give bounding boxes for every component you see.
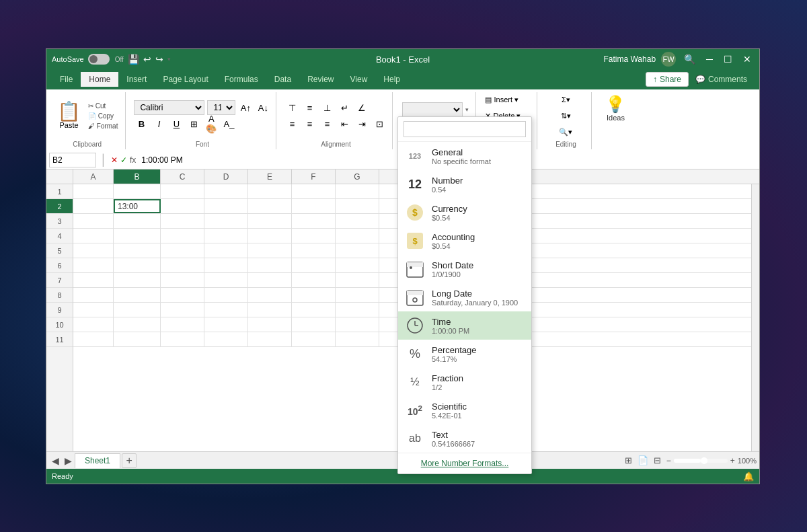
cell-d1[interactable]	[204, 184, 248, 198]
col-header-f[interactable]: F	[292, 169, 336, 184]
align-middle-button[interactable]: ≡	[302, 100, 317, 115]
copy-button[interactable]: 📄 Copy	[86, 112, 120, 120]
cell-d3[interactable]	[204, 214, 248, 228]
cell-g1[interactable]	[336, 184, 379, 198]
format-search-input[interactable]	[404, 121, 526, 137]
restore-button[interactable]: ☐	[721, 54, 735, 65]
underline-button[interactable]: U	[169, 116, 184, 131]
tab-data[interactable]: Data	[266, 72, 299, 87]
autosave-toggle[interactable]	[88, 54, 110, 65]
normal-view-button[interactable]: ⊞	[625, 455, 632, 465]
qat-dropdown-icon[interactable]: ▾	[167, 56, 171, 63]
format-item-time[interactable]: Time 1:00:00 PM	[398, 311, 531, 340]
italic-button[interactable]: I	[151, 116, 166, 131]
tab-review[interactable]: Review	[299, 72, 342, 87]
bold-button[interactable]: B	[134, 116, 149, 131]
redo-icon[interactable]: ↪	[155, 54, 163, 65]
align-left-button[interactable]: ≡	[284, 116, 299, 131]
row-num-11[interactable]: 11	[46, 332, 73, 347]
tab-insert[interactable]: Insert	[118, 72, 155, 87]
cell-b1[interactable]	[114, 184, 161, 198]
cut-button[interactable]: ✂ Cut	[86, 102, 120, 110]
col-header-e[interactable]: E	[248, 169, 292, 184]
format-item-scientific[interactable]: 102 Scientific 5.42E-01	[398, 396, 531, 424]
col-header-g[interactable]: G	[336, 169, 379, 184]
cell-d2[interactable]	[204, 199, 248, 213]
tab-view[interactable]: View	[342, 72, 376, 87]
format-item-accounting[interactable]: $ Accounting $0.54	[398, 227, 531, 255]
zoom-slider[interactable]	[674, 459, 728, 463]
cell-b2[interactable]: 13:00	[114, 199, 161, 213]
row-num-10[interactable]: 10	[46, 317, 73, 332]
cell-a2[interactable]	[73, 199, 114, 213]
borders-button[interactable]: ⊞	[186, 116, 201, 131]
close-button[interactable]: ✕	[740, 54, 754, 65]
format-item-currency[interactable]: $ Currency $0.54	[398, 198, 531, 227]
sum-button[interactable]: Σ▾	[545, 92, 586, 107]
format-item-short-date[interactable]: Short Date 1/0/1900	[398, 255, 531, 283]
sheet-nav-right[interactable]: ▶	[62, 455, 75, 466]
row-num-8[interactable]: 8	[46, 288, 73, 303]
format-item-general[interactable]: 123 General No specific format	[398, 142, 531, 170]
align-right-button[interactable]: ≡	[319, 116, 334, 131]
more-number-formats-link[interactable]: More Number Formats...	[398, 453, 531, 473]
cell-f3[interactable]	[292, 214, 336, 228]
format-item-number[interactable]: 12 Number 0.54	[398, 170, 531, 198]
number-format-select[interactable]	[402, 102, 463, 117]
cell-e1[interactable]	[248, 184, 292, 198]
row-num-3[interactable]: 3	[46, 214, 73, 229]
format-item-percentage[interactable]: % Percentage 54.17%	[398, 340, 531, 368]
zoom-out-button[interactable]: −	[666, 456, 671, 465]
col-header-b[interactable]: B	[114, 169, 161, 184]
tab-page-layout[interactable]: Page Layout	[155, 72, 216, 87]
confirm-formula-icon[interactable]: ✓	[120, 155, 127, 165]
cell-a3[interactable]	[73, 214, 114, 228]
undo-icon[interactable]: ↩	[143, 54, 151, 65]
row-num-5[interactable]: 5	[46, 243, 73, 258]
format-painter-button[interactable]: 🖌 Format	[86, 122, 120, 130]
row-num-6[interactable]: 6	[46, 258, 73, 273]
tab-home[interactable]: Home	[81, 72, 118, 87]
insert-cells-button[interactable]: ▤ Insert ▾	[484, 92, 531, 107]
increase-indent-button[interactable]: ⇥	[354, 116, 369, 131]
number-format-dropdown-icon[interactable]: ▾	[465, 106, 469, 113]
row-num-4[interactable]: 4	[46, 229, 73, 243]
increase-font-button[interactable]: A↑	[238, 100, 253, 115]
cell-e2[interactable]	[248, 199, 292, 213]
row-num-7[interactable]: 7	[46, 273, 73, 288]
merge-cells-button[interactable]: ⊡	[372, 116, 387, 131]
accessibility-icon[interactable]: 🔔	[743, 471, 754, 482]
cell-c2[interactable]	[161, 199, 204, 213]
row-num-1[interactable]: 1	[46, 184, 73, 199]
cell-e3[interactable]	[248, 214, 292, 228]
cell-c3[interactable]	[161, 214, 204, 228]
row-num-2[interactable]: 2	[46, 199, 73, 214]
page-break-view-button[interactable]: ⊟	[654, 455, 661, 465]
sheet-nav-left[interactable]: ◀	[49, 455, 62, 466]
format-item-fraction[interactable]: ½ Fraction 1/2	[398, 368, 531, 396]
cell-reference-box[interactable]: B2	[49, 153, 96, 167]
row-num-9[interactable]: 9	[46, 303, 73, 317]
cancel-formula-icon[interactable]: ✕	[111, 155, 118, 165]
comments-button[interactable]: 💬 Comments	[689, 73, 754, 86]
decrease-indent-button[interactable]: ⇤	[337, 116, 352, 131]
cell-f1[interactable]	[292, 184, 336, 198]
insert-function-icon[interactable]: fx	[130, 155, 136, 165]
orientation-button[interactable]: ∠	[354, 100, 369, 115]
zoom-in-button[interactable]: +	[730, 456, 735, 465]
cell-b3[interactable]	[114, 214, 161, 228]
sort-filter-button[interactable]: ⇅▾	[545, 108, 586, 123]
decrease-font-button[interactable]: A↓	[256, 100, 270, 115]
minimize-button[interactable]: ─	[703, 54, 716, 65]
share-button[interactable]: ↑ Share	[646, 72, 689, 87]
format-item-text[interactable]: ab Text 0.541666667	[398, 424, 531, 453]
wrap-text-button[interactable]: ↵	[337, 100, 352, 115]
sheet-tab-sheet1[interactable]: Sheet1	[75, 453, 120, 468]
cell-f2[interactable]	[292, 199, 336, 213]
page-layout-view-button[interactable]: 📄	[638, 455, 648, 465]
vertical-scrollbar[interactable]	[751, 184, 759, 451]
add-sheet-button[interactable]: +	[122, 453, 137, 468]
col-header-d[interactable]: D	[204, 169, 248, 184]
col-header-a[interactable]: A	[73, 169, 114, 184]
format-item-long-date[interactable]: Long Date Saturday, January 0, 1900	[398, 283, 531, 311]
